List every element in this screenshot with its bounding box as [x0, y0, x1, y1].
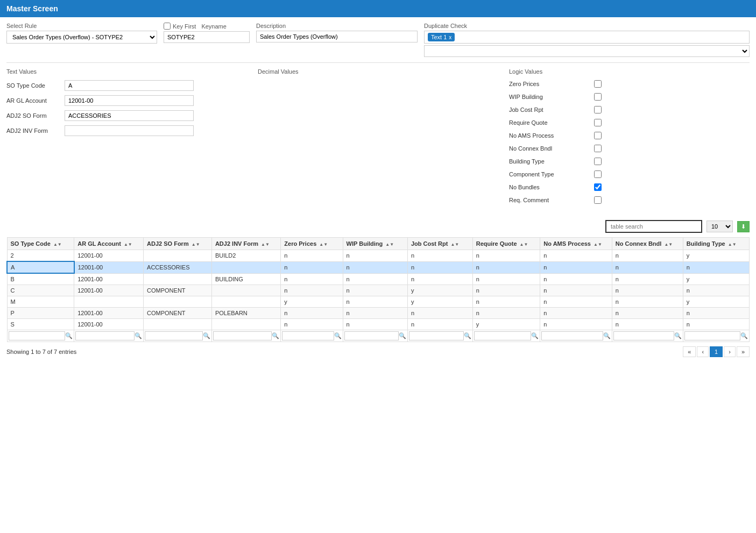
cell-no_connex_bndl: n: [612, 261, 683, 273]
col-header-no-connex-bndl[interactable]: No Connex Bndl ▲▼: [612, 238, 683, 250]
job-cost-rpt-checkbox[interactable]: [594, 106, 602, 113]
col-header-adj2-inv-form[interactable]: ADJ2 INV Form ▲▼: [211, 238, 280, 250]
key-first-checkbox[interactable]: [164, 23, 171, 30]
col-search-no-ams-process[interactable]: [541, 331, 603, 340]
job-cost-rpt-label: Job Cost Rpt: [509, 106, 590, 113]
col-search-wip-building-btn[interactable]: 🔍: [399, 332, 406, 339]
col-search-adj2-so-form[interactable]: [145, 331, 203, 340]
table-row[interactable]: A12001-00ACCESSORIESnnnnnnn: [7, 261, 750, 273]
no-connex-bndl-checkbox[interactable]: [594, 145, 602, 152]
adj2-inv-form-input[interactable]: [65, 125, 194, 136]
col-search-job-cost-rpt-btn[interactable]: 🔍: [464, 332, 471, 339]
cell-adj2_so_form: [144, 296, 212, 308]
cell-so_type_code: B: [7, 273, 74, 285]
wip-building-checkbox[interactable]: [594, 93, 602, 101]
cell-wip_building: n: [343, 319, 407, 330]
col-search-job-cost-rpt[interactable]: [409, 331, 464, 340]
header-bar: Master Screen: [0, 0, 756, 17]
building-type-checkbox[interactable]: [594, 158, 602, 165]
col-header-adj2-so-form[interactable]: ADJ2 SO Form ▲▼: [144, 238, 212, 250]
cell-no_ams_process: n: [540, 273, 612, 285]
per-page-select[interactable]: 10 25 50 100: [706, 221, 733, 232]
require-quote-checkbox[interactable]: [594, 119, 602, 126]
col-search-wip-building[interactable]: [344, 331, 399, 340]
col-header-require-quote[interactable]: Require Quote ▲▼: [472, 238, 540, 250]
table-row[interactable]: B12001-00BUILDINGnnnnnny: [7, 273, 750, 285]
cell-adj2_so_form: COMPONENT: [144, 308, 212, 319]
keyname-input[interactable]: [164, 31, 250, 43]
col-search-require-quote[interactable]: [474, 331, 532, 340]
col-search-building-type-btn[interactable]: 🔍: [740, 332, 748, 339]
cell-require_quote: n: [472, 250, 540, 262]
col-header-wip-building[interactable]: WIP Building ▲▼: [343, 238, 407, 250]
duplicate-check-dropdown[interactable]: [424, 45, 750, 57]
cell-job_cost_rpt: n: [407, 319, 472, 330]
component-type-label: Component Type: [509, 171, 590, 177]
table-row[interactable]: P12001-00COMPONENTPOLEBARNnnnnnnn: [7, 308, 750, 319]
select-rule-label: Select Rule: [6, 23, 157, 29]
data-table: SO Type Code ▲▼ AR GL Account ▲▼ ADJ2 SO…: [6, 237, 750, 342]
cell-no_connex_bndl: n: [612, 296, 683, 308]
col-search-zero-prices-btn[interactable]: 🔍: [334, 332, 342, 339]
component-type-checkbox[interactable]: [594, 170, 602, 178]
cell-ar_gl_account: 12001-00: [74, 273, 144, 285]
cell-building_type: y: [683, 273, 749, 285]
cell-zero_prices: n: [281, 308, 343, 319]
pagination-controls: « ‹ 1 › »: [683, 346, 750, 357]
col-header-zero-prices[interactable]: Zero Prices ▲▼: [281, 238, 343, 250]
col-search-building-type[interactable]: [684, 331, 740, 340]
table-search-input[interactable]: [605, 220, 702, 233]
zero-prices-checkbox[interactable]: [594, 80, 602, 88]
col-search-so-type-code-btn[interactable]: 🔍: [65, 332, 73, 339]
col-header-so-type-code[interactable]: SO Type Code ▲▼: [7, 238, 74, 250]
col-search-no-connex-bndl[interactable]: [613, 331, 674, 340]
col-search-ar-gl-account[interactable]: [75, 331, 135, 340]
key-first-label: Key First: [173, 23, 196, 30]
col-search-so-type-code[interactable]: [9, 331, 66, 340]
table-row[interactable]: S12001-00nnnynnn: [7, 319, 750, 330]
cell-no_ams_process: n: [540, 250, 612, 262]
col-search-no-ams-process-btn[interactable]: 🔍: [603, 332, 611, 339]
col-search-adj2-inv-form-btn[interactable]: 🔍: [272, 332, 279, 339]
cell-building_type: n: [683, 308, 749, 319]
export-button[interactable]: ⬇: [737, 221, 750, 232]
col-header-job-cost-rpt[interactable]: Job Cost Rpt ▲▼: [407, 238, 472, 250]
page-1-btn[interactable]: 1: [710, 346, 723, 357]
col-search-require-quote-btn[interactable]: 🔍: [531, 332, 539, 339]
req-comment-checkbox[interactable]: [594, 196, 602, 204]
cell-zero_prices: y: [281, 296, 343, 308]
table-row[interactable]: C12001-00COMPONENTnnynnnn: [7, 285, 750, 296]
ar-gl-account-input[interactable]: [65, 95, 194, 106]
col-search-ar-gl-account-btn[interactable]: 🔍: [135, 332, 142, 339]
last-page-btn[interactable]: »: [737, 346, 750, 357]
table-row[interactable]: 212001-00BUILD2nnnnnny: [7, 250, 750, 262]
showing-text: Showing 1 to 7 of 7 entries: [6, 349, 76, 355]
prev-page-btn[interactable]: ‹: [697, 346, 709, 357]
duplicate-check-tag: Text 1 x: [428, 33, 455, 41]
table-row[interactable]: Mynynnny: [7, 296, 750, 308]
select-rule-dropdown[interactable]: Sales Order Types (Overflow) - SOTYPE2: [6, 31, 157, 44]
col-header-building-type[interactable]: Building Type ▲▼: [683, 238, 749, 250]
col-search-no-connex-bndl-btn[interactable]: 🔍: [674, 332, 682, 339]
cell-wip_building: n: [343, 296, 407, 308]
cell-require_quote: n: [472, 285, 540, 296]
col-header-no-ams-process[interactable]: No AMS Process ▲▼: [540, 238, 612, 250]
no-ams-process-checkbox[interactable]: [594, 132, 602, 139]
cell-wip_building: n: [343, 285, 407, 296]
cell-no_connex_bndl: n: [612, 319, 683, 330]
col-search-adj2-so-form-btn[interactable]: 🔍: [203, 332, 210, 339]
cell-zero_prices: n: [281, 273, 343, 285]
col-search-zero-prices[interactable]: [282, 331, 334, 340]
description-input[interactable]: [256, 31, 418, 42]
next-page-btn[interactable]: ›: [724, 346, 736, 357]
col-search-adj2-inv-form[interactable]: [213, 331, 272, 340]
cell-adj2_so_form: COMPONENT: [144, 285, 212, 296]
no-bundles-checkbox[interactable]: [594, 183, 602, 191]
adj2-so-form-input[interactable]: [65, 110, 194, 121]
so-type-code-input[interactable]: [65, 80, 194, 91]
cell-adj2_inv_form: [211, 319, 280, 330]
col-header-ar-gl-account[interactable]: AR GL Account ▲▼: [74, 238, 144, 250]
first-page-btn[interactable]: «: [683, 346, 696, 357]
cell-require_quote: n: [472, 261, 540, 273]
tag-close-icon[interactable]: x: [449, 34, 451, 40]
